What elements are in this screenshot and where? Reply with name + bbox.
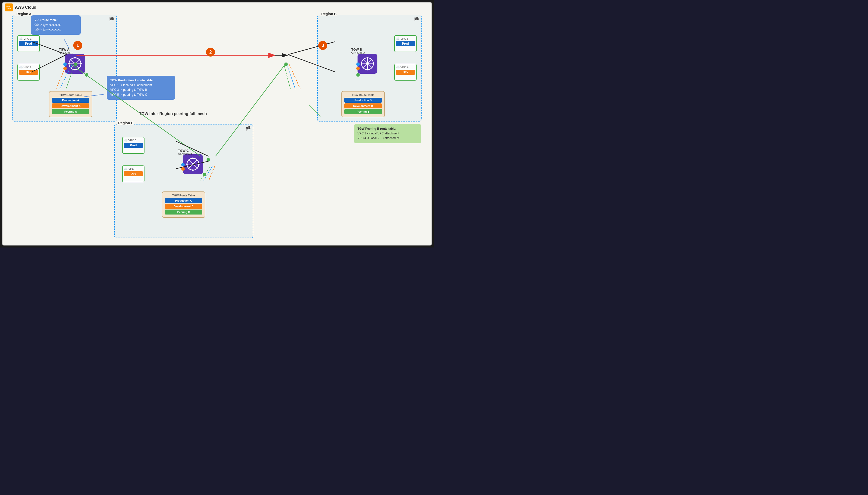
region-b-flag: 🏴 [414, 17, 419, 22]
svg-point-32 [74, 69, 76, 70]
svg-point-43 [361, 63, 362, 65]
rt-c-dev: Development C [165, 204, 202, 209]
rt-b-prod: Production B [344, 98, 382, 103]
main-container: aws AWS Cloud [0, 0, 434, 248]
tgw-prod-line3: VPC 5 -> peering to TGW C [110, 93, 147, 97]
region-c-header: 🏴 [245, 126, 251, 132]
svg-point-42 [367, 69, 368, 70]
tgw-a-asn: ASN 65001 [59, 51, 73, 54]
vpc5-prod-badge: Prod [124, 143, 143, 148]
vpc3-cloud-icon: ☁️ [396, 37, 400, 40]
tgw-b-label-text: TGW B [351, 48, 362, 51]
svg-point-52 [192, 169, 194, 171]
vpc1-label: ☁️ VPC 1 [19, 37, 38, 40]
tgw-prod-line2: VPC 3 -> peering to TGW B [110, 88, 147, 91]
rt-a-title: TGW Route Table [52, 93, 89, 97]
svg-line-12 [287, 65, 295, 89]
tgw-a-dot-orange [63, 67, 67, 70]
rt-c-prod: Production C [165, 198, 202, 203]
inter-dot-3 [207, 158, 210, 161]
route-table-a: TGW Route Table Production A Development… [49, 91, 92, 117]
tgw-b-dot-orange [356, 67, 360, 70]
aws-cloud-box: aws AWS Cloud [2, 2, 432, 245]
region-b-box: Region B 🏴 ☁️ VPC 3 Prod ☁️ VPC 4 Dev [317, 15, 422, 121]
vpc6-cloud-icon: ☁️ [124, 167, 128, 171]
svg-point-34 [80, 63, 82, 65]
vpc6-box: ☁️ VPC 6 Dev [122, 166, 145, 182]
aws-logo: aws [5, 3, 13, 12]
vpc2-label: ☁️ VPC 2 [19, 65, 38, 69]
rt-b-peer: Peering B [344, 109, 382, 114]
inter-dot-1 [74, 63, 78, 66]
tgw-c-label-text: TGW C [178, 149, 189, 153]
vpc5-label: ☁️ VPC 5 [124, 138, 143, 142]
rt-b-dev: Development B [344, 103, 382, 108]
aws-header: aws AWS Cloud [2, 2, 39, 12]
aws-cloud-label: AWS Cloud [15, 5, 36, 10]
tgw-peer-b-title: TGW Peering B route table: [358, 127, 396, 131]
tgw-b-dot-green [356, 73, 360, 76]
vpc1-prod-badge: Prod [19, 41, 38, 46]
vpc4-box: ☁️ VPC 4 Dev [394, 64, 416, 81]
region-a-label: Region A [15, 12, 33, 16]
rt-a-prod: Production A [52, 98, 89, 103]
vpc1-cloud-icon: ☁️ [19, 37, 23, 40]
tgw-a-label: TGW A [59, 48, 69, 51]
tgw-c-dot-blue [181, 163, 185, 166]
tgw-a-dot-green [85, 73, 88, 76]
region-c-flag: 🏴 [245, 126, 251, 132]
rt-a-peer: Peering A [52, 109, 89, 114]
region-c-label: Region C [117, 121, 134, 125]
tgw-peer-b-line1: VPC 3 -> local VPC attachment [358, 132, 399, 135]
svg-point-31 [74, 57, 76, 58]
vpc6-label: ☁️ VPC 6 [124, 167, 143, 171]
region-c-box: Region C 🏴 ☁️ VPC 5 Prod ☁️ VPC 6 Dev [114, 124, 253, 238]
vpc3-prod-badge: Prod [396, 41, 415, 46]
tgw-b-dot-blue [356, 63, 360, 66]
svg-point-33 [68, 63, 70, 65]
svg-text:aws: aws [6, 5, 10, 7]
svg-point-44 [373, 63, 374, 65]
svg-line-14 [284, 66, 291, 89]
region-b-label: Region B [320, 12, 338, 16]
tgw-c-asn: ASN 65003 [178, 152, 192, 155]
tgw-c-dot-orange [181, 167, 185, 171]
tgw-c-dot-green [203, 173, 206, 176]
tgw-c-icon [186, 157, 200, 171]
rt-a-dev: Development A [52, 103, 89, 108]
rt-b-title: TGW Route Table [344, 93, 382, 97]
num-circle-3: 3 [318, 41, 327, 50]
svg-point-54 [198, 164, 200, 165]
tgw-peer-b-line2: VPC 4 -> local VPC attachment [358, 136, 399, 140]
tgw-prod-callout: TGW Production A route table: VPC 1 -> l… [107, 75, 175, 100]
tgw-b-node [358, 54, 377, 74]
vpc5-box: ☁️ VPC 5 Prod [122, 137, 145, 154]
region-a-flag: 🏴 [109, 17, 114, 22]
inter-dot-2 [284, 63, 288, 66]
svg-point-53 [186, 164, 188, 165]
num-circle-1: 1 [73, 41, 82, 50]
vpc2-dev-badge: Dev [19, 70, 38, 75]
vpc4-cloud-icon: ☁️ [396, 65, 400, 69]
region-a-header: 🏴 [109, 17, 114, 22]
vpc3-box: ☁️ VPC 3 Prod [394, 35, 416, 52]
rt-c-peer: Peering C [165, 209, 202, 215]
vpc6-dev-badge: Dev [124, 171, 143, 176]
vpc-route-line2: ::/0 -> tgw-xxxxxxxx [34, 28, 61, 31]
tgw-b-asn: ASN 65002 [351, 51, 365, 54]
route-table-b: TGW Route Table Production B Development… [341, 91, 385, 117]
tgw-peer-b-callout: TGW Peering B route table: VPC 3 -> loca… [354, 124, 421, 143]
region-b-header: 🏴 [414, 17, 419, 22]
vpc-route-line1: 0/0 -> tgw-xxxxxxxx [34, 23, 61, 27]
vpc3-label: ☁️ VPC 3 [396, 37, 415, 40]
vpc-route-callout: VPC route table: 0/0 -> tgw-xxxxxxxx ::/… [31, 15, 81, 35]
vpc4-label: ☁️ VPC 4 [396, 65, 415, 69]
tgw-b-icon [361, 57, 374, 70]
vpc2-box: ☁️ VPC 2 Dev [17, 64, 40, 81]
vpc2-cloud-icon: ☁️ [19, 65, 23, 69]
vpc-route-title: VPC route table: [34, 18, 58, 22]
tgw-prod-line1: VPC 1 -> local VPC attachment [110, 83, 152, 87]
svg-point-41 [367, 57, 368, 58]
vpc5-cloud-icon: ☁️ [124, 138, 128, 142]
svg-point-51 [192, 157, 194, 159]
